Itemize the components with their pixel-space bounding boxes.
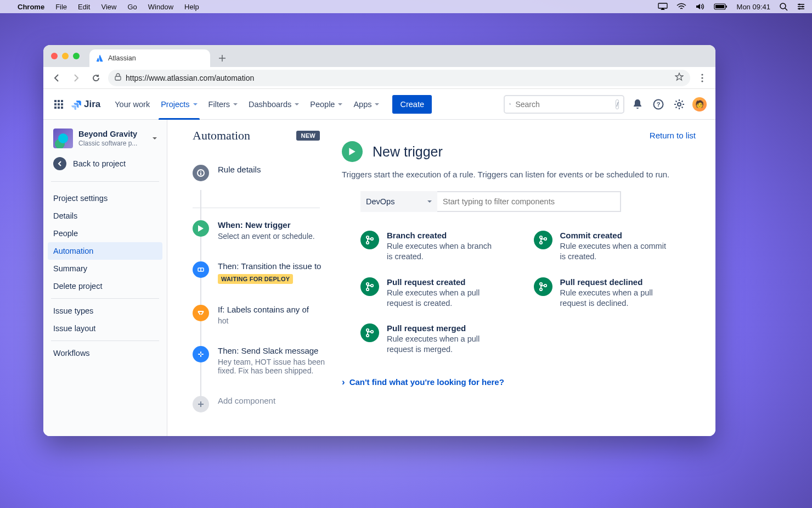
bookmark-star-icon[interactable] [675,72,684,83]
trigger-desc: Rule executes when a commit is created. [560,241,673,262]
settings-gear-icon[interactable] [672,97,687,112]
search-input[interactable] [514,99,612,109]
back-arrow-icon [53,157,66,170]
dropdown-value: DevOps [366,197,394,206]
trigger-option[interactable]: Branch createdRule executes when a branc… [360,231,523,262]
svg-rect-14 [115,76,121,80]
nav-dashboards[interactable]: Dashboards [244,89,303,120]
browser-menu-button[interactable] [695,74,710,82]
svg-rect-24 [54,107,57,109]
svg-rect-37 [198,354,200,355]
rule-step-trigger[interactable]: When: New trigger Select an event or sch… [193,220,326,261]
svg-rect-19 [58,100,60,102]
trigger-name: Pull request declined [560,277,673,287]
rule-step-condition[interactable]: If: Labels contains any of hot [193,305,326,346]
back-to-project[interactable]: Back to project [43,148,167,178]
nav-people[interactable]: People [306,89,347,120]
chevron-down-icon [295,103,299,105]
window-controls [51,53,80,59]
address-bar[interactable]: https://www.atlassian.com/automation [108,70,690,86]
nav-projects[interactable]: Projects [156,89,201,120]
rule-step-details[interactable]: Rule details [193,165,326,202]
forward-button[interactable] [69,70,84,86]
menu-help[interactable]: Help [184,3,199,11]
category-dropdown[interactable]: DevOps [360,191,437,212]
project-switcher[interactable]: Beyond Gravity Classic software p... [43,129,167,148]
menu-go[interactable]: Go [127,3,137,11]
cant-find-link[interactable]: Can't find what you're looking for here? [342,377,696,388]
trigger-name: Commit created [560,231,673,240]
branch-icon [360,323,379,342]
menubar-clock[interactable]: Mon 09:41 [737,3,770,11]
nav-apps[interactable]: Apps [349,89,384,120]
window-minimize-button[interactable] [62,53,69,59]
component-filter-input[interactable] [437,191,621,212]
wifi-icon[interactable] [676,3,686,10]
new-tab-button[interactable] [215,51,230,66]
jira-logo[interactable]: Jira [71,99,100,110]
sidebar-item-issue-types[interactable]: Issue types [43,302,167,320]
divider [51,181,159,182]
nav-filters[interactable]: Filters [204,89,242,120]
sidebar-item-summary[interactable]: Summary [43,260,167,277]
trigger-desc: Rule executes when a branch is created. [387,241,499,262]
app-switcher-icon[interactable] [52,98,65,111]
help-icon[interactable]: ? [651,97,666,112]
url-text: https://www.atlassian.com/automation [126,74,670,82]
app-name[interactable]: Chrome [18,3,44,11]
svg-rect-2 [715,5,724,8]
spotlight-icon[interactable] [779,2,788,11]
return-to-list-link[interactable]: Return to list [342,131,696,140]
menu-view[interactable]: View [101,3,116,11]
jira-topnav: Jira Your work Projects Filters Dashboar… [43,89,715,120]
menu-edit[interactable]: Edit [78,3,90,11]
slack-icon [193,346,209,362]
svg-point-48 [544,238,546,240]
new-badge: NEW [296,131,320,141]
sidebar-item-project-settings[interactable]: Project settings [43,185,167,207]
trigger-option[interactable]: Commit createdRule executes when a commi… [534,231,696,262]
sidebar-item-details[interactable]: Details [43,207,167,225]
back-button[interactable] [49,70,64,86]
create-button[interactable]: Create [392,95,432,114]
user-avatar[interactable]: 🧑 [692,97,707,111]
browser-window: Atlassian https://www.atlassian.com/auto… [43,45,715,436]
rule-step-slack[interactable]: Then: Send Slack message Hey team, HOT i… [193,346,326,396]
sidebar-item-workflows[interactable]: Workflows [43,344,167,362]
control-center-icon[interactable] [797,3,805,10]
chevron-down-icon [427,200,432,203]
chevron-down-icon [233,103,238,105]
svg-point-51 [371,284,373,286]
trigger-option[interactable]: Pull request mergedRule executes when a … [360,323,523,355]
sidebar-item-automation[interactable]: Automation [48,242,162,260]
trigger-option[interactable]: Pull request createdRule executes when a… [360,277,523,309]
menu-file[interactable]: File [55,3,67,11]
svg-point-43 [366,236,369,238]
window-close-button[interactable] [51,53,58,59]
branch-icon [534,277,552,296]
trigger-option[interactable]: Pull request declinedRule executes when … [534,277,696,309]
rule-step-add[interactable]: Add component [193,396,326,412]
airplay-icon[interactable] [658,3,668,10]
menu-window[interactable]: Window [148,3,173,11]
branch-icon [534,231,552,249]
svg-point-56 [366,334,369,337]
nav-your-work[interactable]: Your work [110,89,154,120]
window-maximize-button[interactable] [73,53,80,59]
svg-point-27 [509,103,510,104]
step-label: Then: Transition the issue to [218,261,321,271]
sidebar-item-issue-layout[interactable]: Issue layout [43,320,167,337]
branch-icon [360,231,379,249]
sidebar-item-people[interactable]: People [43,225,167,242]
volume-icon[interactable] [695,3,705,10]
browser-tab[interactable]: Atlassian [89,49,210,67]
rule-step-transition[interactable]: Then: Transition the issue to WAITING FO… [193,261,326,305]
svg-point-15 [701,74,703,75]
notifications-icon[interactable] [630,97,645,112]
chevron-down-icon [375,103,379,105]
chevron-down-icon [338,103,342,105]
battery-icon[interactable] [714,3,728,10]
search-box[interactable]: / [504,95,624,114]
sidebar-item-delete-project[interactable]: Delete project [43,277,167,295]
reload-button[interactable] [88,70,104,86]
